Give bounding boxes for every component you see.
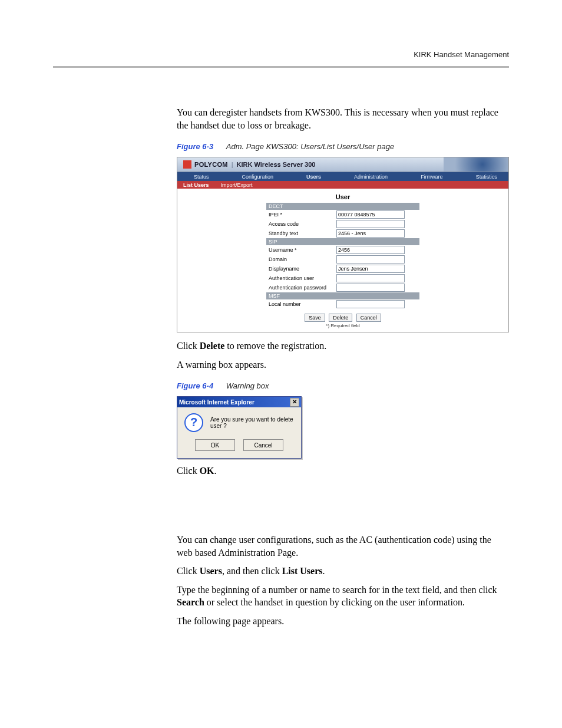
required-note: *) Required field	[266, 322, 419, 328]
cancel-button[interactable]: Cancel	[356, 314, 381, 322]
label-username: Username *	[266, 247, 336, 253]
label-ipei: IPEI *	[266, 212, 336, 218]
header-graphic	[444, 157, 508, 172]
input-username[interactable]	[336, 246, 405, 254]
section-msf: MSF	[266, 292, 419, 299]
kws-main-nav: Status Configuration Users Administratio…	[177, 172, 508, 181]
label-auth-user: Authentication user	[266, 275, 336, 281]
step-search: Type the beginning of a number or name t…	[177, 584, 509, 609]
section-dect: DECT	[266, 203, 419, 210]
change-config-paragraph: You can change user configurations, such…	[177, 533, 509, 559]
input-standby-text[interactable]	[336, 229, 405, 238]
warning-appears-paragraph: A warning box appears.	[177, 358, 509, 371]
input-displayname[interactable]	[336, 265, 405, 273]
intro-paragraph: You can deregister handsets from KWS300.…	[177, 106, 509, 131]
question-icon: ?	[184, 413, 203, 432]
save-button[interactable]: Save	[305, 314, 325, 322]
cancel-button[interactable]: Cancel	[243, 439, 283, 451]
click-delete-paragraph: Click Delete to remove the registration.	[177, 340, 509, 353]
subnav-list-users[interactable]: List Users	[177, 182, 215, 188]
nav-status[interactable]: Status	[177, 174, 226, 180]
nav-firmware[interactable]: Firmware	[404, 174, 459, 180]
click-ok-paragraph: Click OK.	[177, 465, 509, 477]
figure-number: Figure 6-4	[177, 381, 213, 390]
label-auth-pass: Authentication password	[266, 285, 336, 291]
running-header: KIRK Handset Management	[53, 50, 509, 66]
nav-statistics[interactable]: Statistics	[459, 174, 514, 180]
label-local-number: Local number	[266, 301, 336, 307]
section-sip: SIP	[266, 238, 419, 245]
polycom-logo-icon	[183, 160, 191, 169]
label-access-code: Access code	[266, 221, 336, 227]
nav-administration[interactable]: Administration	[338, 174, 404, 180]
warning-dialog: Microsoft Internet Explorer ✕ ? Are you …	[177, 396, 302, 459]
label-displayname: Displayname	[266, 266, 336, 272]
input-local-number[interactable]	[336, 300, 405, 308]
nav-configuration[interactable]: Configuration	[226, 174, 290, 180]
delete-button[interactable]: Delete	[329, 314, 352, 322]
brand-label: POLYCOM	[194, 161, 228, 168]
kws-sub-nav: List Users Import/Export	[177, 181, 508, 189]
step-click-users: Click Users, and then click List Users.	[177, 565, 509, 578]
figure-title: Warning box	[226, 381, 269, 390]
kws-header: POLYCOM | KIRK Wireless Server 300	[177, 157, 508, 172]
header-rule	[53, 66, 509, 68]
input-ipei[interactable]	[336, 210, 405, 219]
close-icon[interactable]: ✕	[290, 398, 299, 407]
label-standby-text: Standby text	[266, 230, 336, 236]
figure-number: Figure 6-3	[177, 142, 213, 151]
following-page-paragraph: The following page appears.	[177, 615, 509, 628]
figure-6-4-caption: Figure 6-4 Warning box	[177, 381, 509, 390]
input-access-code[interactable]	[336, 220, 405, 228]
label-domain: Domain	[266, 256, 336, 262]
figure-6-3-caption: Figure 6-3 Adm. Page KWS300: Users/List …	[177, 142, 509, 151]
user-form-title: User	[266, 193, 419, 203]
ok-button[interactable]: OK	[195, 439, 235, 451]
dialog-titlebar: Microsoft Internet Explorer ✕	[177, 397, 301, 407]
product-title: KIRK Wireless Server 300	[237, 161, 316, 168]
nav-users[interactable]: Users	[290, 174, 338, 180]
input-domain[interactable]	[336, 255, 405, 263]
input-auth-user[interactable]	[336, 274, 405, 282]
kws300-admin-screenshot: POLYCOM | KIRK Wireless Server 300 Statu…	[177, 157, 509, 332]
dialog-title-text: Microsoft Internet Explorer	[179, 399, 254, 406]
dialog-message: Are you sure you want to delete user ?	[210, 416, 294, 429]
figure-title: Adm. Page KWS300: Users/List Users/User …	[226, 142, 394, 151]
input-auth-pass[interactable]	[336, 284, 405, 292]
subnav-import-export[interactable]: Import/Export	[215, 182, 259, 188]
